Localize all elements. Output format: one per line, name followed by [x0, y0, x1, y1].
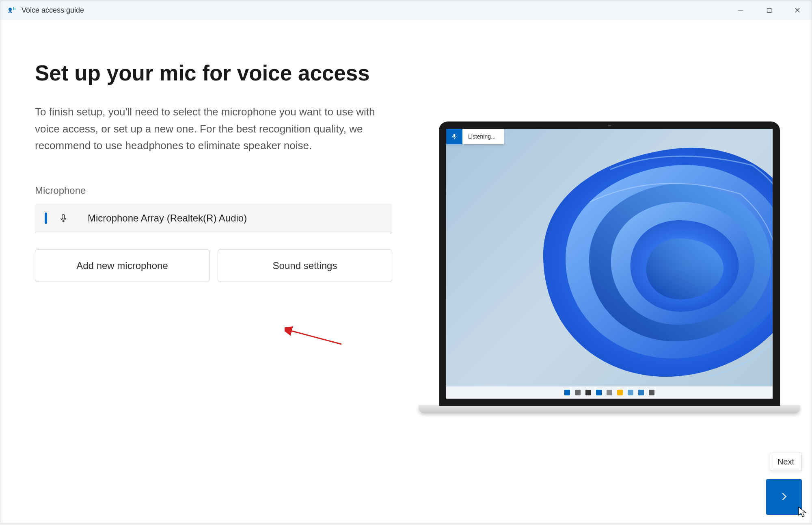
close-button[interactable] [783, 0, 812, 20]
title-bar-left: Voice access guide [7, 5, 84, 15]
page-description: To finish setup, you'll need to select t… [35, 104, 388, 154]
svg-rect-2 [15, 8, 15, 10]
window-controls [726, 0, 812, 20]
svg-rect-1 [13, 7, 14, 10]
action-buttons-row: Add new microphone Sound settings [35, 249, 419, 282]
add-microphone-button[interactable]: Add new microphone [35, 249, 209, 282]
preview-panel: Listening... [427, 20, 812, 523]
page-title: Set up your mic for voice access [35, 61, 419, 85]
maximize-button[interactable] [755, 0, 783, 20]
microphone-selector[interactable]: Microphone Array (Realtek(R) Audio) [35, 204, 392, 233]
mic-activity-indicator [45, 213, 47, 224]
microphone-icon [58, 213, 68, 223]
microphone-label: Microphone [35, 185, 419, 196]
window-title: Voice access guide [22, 6, 84, 15]
next-button[interactable] [766, 479, 802, 515]
chevron-right-icon [778, 491, 790, 503]
svg-rect-4 [767, 8, 771, 12]
minimize-button[interactable] [726, 0, 755, 20]
svg-rect-7 [62, 215, 65, 219]
content-area: Set up your mic for voice access To fini… [0, 20, 812, 523]
sound-settings-button[interactable]: Sound settings [218, 249, 392, 282]
app-window: Voice access guide Set up your mic for v… [0, 0, 812, 523]
title-bar: Voice access guide [0, 0, 812, 20]
next-tooltip: Next [770, 453, 802, 471]
selected-microphone-name: Microphone Array (Realtek(R) Audio) [88, 213, 247, 224]
laptop-preview-image: Listening... [439, 121, 812, 414]
listening-badge: Listening... [446, 129, 504, 144]
windows-bloom-wallpaper [529, 129, 773, 389]
svg-point-0 [9, 8, 12, 11]
voice-access-icon [7, 5, 17, 15]
setup-panel: Set up your mic for voice access To fini… [0, 20, 427, 523]
listening-mic-icon [446, 129, 462, 144]
preview-taskbar [446, 386, 773, 399]
svg-rect-10 [454, 134, 456, 137]
listening-label: Listening... [462, 133, 504, 140]
